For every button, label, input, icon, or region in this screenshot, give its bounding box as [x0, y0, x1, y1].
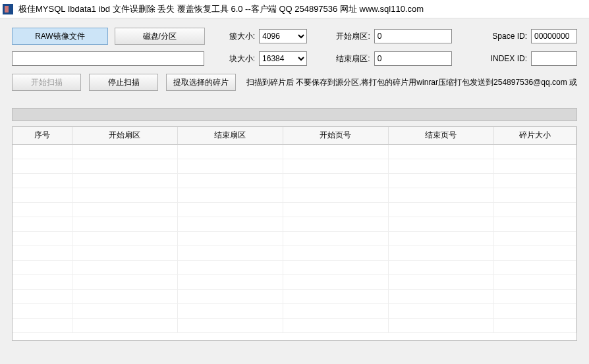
table-cell	[388, 144, 493, 159]
table-cell	[388, 303, 493, 318]
table-row[interactable]	[13, 217, 576, 231]
raw-image-button[interactable]: RAW镜像文件	[12, 28, 108, 45]
titlebar: 极佳MYSQL Ibdata1 ibd 文件误删除 丢失 覆盖恢复工具 6.0 …	[0, 0, 589, 18]
table-cell	[388, 217, 493, 231]
table-cell	[72, 173, 177, 188]
table-cell	[493, 274, 576, 289]
start-sector-label: 开始扇区:	[327, 31, 374, 42]
table-cell	[283, 173, 388, 188]
table-row[interactable]	[13, 303, 576, 318]
end-sector-label: 结束扇区:	[327, 53, 374, 65]
table-cell	[388, 188, 493, 202]
table-row[interactable]	[13, 231, 576, 246]
table-cell	[13, 217, 72, 231]
table-row[interactable]	[13, 318, 576, 332]
row-3: 开始扫描 停止扫描 提取选择的碎片 扫描到碎片后 不要保存到源分区,将打包的碎片…	[12, 74, 577, 91]
table-cell	[388, 318, 493, 332]
table-header-row: 序号 开始扇区 结束扇区 开始页号 结束页号 碎片大小	[13, 127, 576, 144]
table-cell	[13, 188, 72, 202]
table-cell	[13, 274, 72, 289]
table-cell	[13, 289, 72, 303]
table-cell	[283, 217, 388, 231]
table-cell	[388, 159, 493, 173]
table-cell	[177, 217, 283, 231]
table-cell	[283, 188, 388, 202]
table-cell	[493, 246, 576, 260]
table-row[interactable]	[13, 188, 576, 202]
col-seq[interactable]: 序号	[13, 127, 72, 144]
space-id-input[interactable]	[531, 29, 577, 43]
table-cell	[493, 318, 576, 332]
space-id-label: Space ID:	[476, 32, 531, 41]
table-row[interactable]	[13, 289, 576, 303]
table-cell	[13, 173, 72, 188]
table-cell	[177, 274, 283, 289]
table-cell	[177, 289, 283, 303]
cluster-size-select[interactable]: 4096	[259, 29, 307, 43]
table-cell	[13, 231, 72, 246]
table-cell	[72, 260, 177, 274]
table-cell	[388, 246, 493, 260]
table-cell	[13, 303, 72, 318]
table-cell	[493, 217, 576, 231]
table-cell	[72, 289, 177, 303]
table-row[interactable]	[13, 159, 576, 173]
table-cell	[493, 231, 576, 246]
index-id-label: INDEX ID:	[476, 54, 531, 63]
table-row[interactable]	[13, 260, 576, 274]
table-cell	[493, 188, 576, 202]
table-cell	[388, 173, 493, 188]
col-end-page[interactable]: 结束页号	[388, 127, 493, 144]
app-icon	[3, 4, 13, 14]
end-sector-input[interactable]	[374, 51, 452, 66]
controls-panel: RAW镜像文件 磁盘/分区 簇大小: 4096 开始扇区: Space ID: …	[0, 18, 589, 96]
table-cell	[177, 188, 283, 202]
table-cell	[177, 260, 283, 274]
stop-scan-button[interactable]: 停止扫描	[89, 74, 158, 91]
path-input[interactable]	[12, 51, 204, 66]
table-cell	[13, 260, 72, 274]
table-cell	[283, 303, 388, 318]
table-row[interactable]	[13, 173, 576, 188]
table-cell	[13, 246, 72, 260]
col-frag-size[interactable]: 碎片大小	[493, 127, 576, 144]
table-cell	[283, 159, 388, 173]
results-table-container: 序号 开始扇区 结束扇区 开始页号 结束页号 碎片大小	[12, 126, 577, 341]
col-end-sector[interactable]: 结束扇区	[177, 127, 283, 144]
table-cell	[388, 202, 493, 217]
table-cell	[177, 303, 283, 318]
block-size-select[interactable]: 16384	[259, 51, 307, 66]
table-row[interactable]	[13, 246, 576, 260]
table-row[interactable]	[13, 274, 576, 289]
table-cell	[72, 274, 177, 289]
table-cell	[493, 202, 576, 217]
start-scan-button[interactable]: 开始扫描	[12, 74, 81, 91]
table-cell	[283, 260, 388, 274]
table-cell	[177, 202, 283, 217]
table-cell	[177, 231, 283, 246]
table-row[interactable]	[13, 144, 576, 159]
table-cell	[72, 318, 177, 332]
start-sector-input[interactable]	[374, 29, 452, 43]
col-start-page[interactable]: 开始页号	[283, 127, 388, 144]
table-cell	[13, 318, 72, 332]
disk-partition-button[interactable]: 磁盘/分区	[115, 28, 205, 45]
table-cell	[72, 246, 177, 260]
table-row[interactable]	[13, 202, 576, 217]
table-cell	[283, 231, 388, 246]
col-start-sector[interactable]: 开始扇区	[72, 127, 177, 144]
table-cell	[493, 173, 576, 188]
block-size-label: 块大小:	[219, 53, 259, 65]
table-cell	[283, 318, 388, 332]
note-text: 扫描到碎片后 不要保存到源分区,将打包的碎片用winrar压缩打包发送到2548…	[246, 77, 577, 88]
table-cell	[493, 289, 576, 303]
table-cell	[177, 159, 283, 173]
extract-fragments-button[interactable]: 提取选择的碎片	[166, 74, 235, 91]
index-id-input[interactable]	[531, 51, 577, 66]
table-cell	[72, 188, 177, 202]
table-cell	[283, 246, 388, 260]
table-cell	[283, 274, 388, 289]
table-cell	[493, 144, 576, 159]
table-cell	[283, 144, 388, 159]
table-cell	[72, 159, 177, 173]
